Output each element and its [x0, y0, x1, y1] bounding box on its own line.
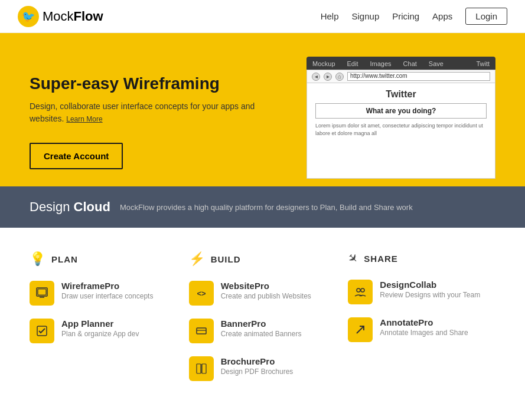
design-cloud-banner: Design Cloud MockFlow provides a high qu… [0, 186, 525, 228]
app-item-websitepro[interactable]: <> WebsitePro Create and publish Website… [189, 281, 337, 306]
plan-icon: 💡 [30, 251, 45, 267]
app-item-appplanner[interactable]: App Planner Plan & organize App dev [30, 319, 177, 343]
home-btn: ⌂ [335, 73, 344, 81]
designcollab-info: DesignCollab Review Designs with your Te… [380, 280, 480, 299]
designcollab-icon [348, 280, 373, 304]
websitepro-info: WebsitePro Create and publish Websites [221, 281, 311, 300]
mockup-browser-bar: Mockup Edit Images Chat Save Twitt [306, 57, 495, 70]
feature-col-share: ✈ SHARE DesignCollab Revie [348, 251, 495, 381]
websitepro-icon: <> [189, 281, 214, 306]
annotatepro-name: AnnotatePro [380, 317, 468, 327]
nav: Help Signup Pricing Apps Login [321, 8, 507, 25]
annotatepro-info: AnnotatePro Annotate Images and Share [380, 317, 468, 337]
site-label: Twitt [476, 60, 490, 67]
features-grid: 💡 PLAN WireframePro Draw user interface [30, 251, 495, 381]
wireframepro-info: WireframePro Draw user interface concept… [61, 281, 153, 300]
bannerpro-desc: Create animated Banners [221, 330, 302, 338]
brochpro-name: BrochurePro [221, 356, 294, 366]
bannerpro-name: BannerPro [221, 319, 302, 329]
build-app-list: <> WebsitePro Create and publish Website… [189, 281, 337, 381]
appplanner-info: App Planner Plan & organize App dev [61, 319, 139, 338]
build-icon: ⚡ [189, 251, 205, 267]
design-cloud-description: MockFlow provides a high quality platfor… [120, 203, 413, 212]
browser-tab-save: Save [429, 60, 444, 67]
app-item-wireframepro[interactable]: WireframePro Draw user interface concept… [30, 281, 177, 306]
svg-point-11 [361, 288, 364, 292]
svg-line-12 [357, 326, 364, 333]
mockup-content: ◂ ▸ ⌂ http://www.twitter.com Twitter Wha… [306, 70, 495, 179]
hero-text: Super-easy Wireframing Design, collabora… [30, 74, 266, 169]
bannerpro-info: BannerPro Create animated Banners [221, 319, 302, 338]
build-title: BUILD [211, 254, 241, 264]
appplanner-icon [30, 319, 54, 343]
plan-app-list: WireframePro Draw user interface concept… [30, 281, 177, 343]
brochpro-desc: Design PDF Brochures [221, 368, 294, 376]
logo-text: MockFlow [43, 9, 103, 24]
nav-help[interactable]: Help [321, 11, 339, 21]
nav-signup[interactable]: Signup [352, 11, 380, 21]
design-cloud-title: Design Cloud [30, 199, 110, 215]
svg-rect-1 [38, 289, 46, 295]
app-item-annotatepro[interactable]: AnnotatePro Annotate Images and Share [348, 317, 495, 342]
svg-rect-5 [197, 328, 206, 334]
feature-col-build: ⚡ BUILD <> WebsitePro Create and publish… [189, 251, 337, 381]
mockup-page: Twitter What are you doing? Lorem ipsum … [307, 83, 495, 143]
hero-title: Super-easy Wireframing [30, 74, 266, 93]
mockup-address-bar: ◂ ▸ ⌂ http://www.twitter.com [307, 70, 495, 83]
browser-tab-chat: Chat [403, 60, 417, 67]
annotatepro-desc: Annotate Images and Share [380, 329, 468, 337]
nav-apps[interactable]: Apps [432, 11, 452, 21]
annotatepro-icon [348, 317, 373, 342]
brochpro-icon [189, 356, 214, 381]
nav-pricing[interactable]: Pricing [392, 11, 419, 21]
share-title: SHARE [364, 254, 398, 264]
mockup-page-title: Twitter [315, 89, 487, 100]
hero-section: Super-easy Wireframing Design, collabora… [0, 33, 525, 186]
learn-more-link[interactable]: Learn More [66, 115, 102, 123]
logo[interactable]: 🐦 MockFlow [18, 6, 103, 27]
app-item-bannerpro[interactable]: BannerPro Create animated Banners [189, 319, 337, 343]
plan-title: PLAN [51, 254, 78, 264]
wireframepro-name: WireframePro [61, 281, 153, 291]
share-icon: ✈ [344, 250, 361, 267]
app-item-brochpro[interactable]: BrochurePro Design PDF Brochures [189, 356, 337, 381]
address-input: http://www.twitter.com [347, 72, 490, 81]
mockup-lorem: Lorem ipsum dolor sit amet, consectetur … [315, 122, 487, 137]
share-header: ✈ SHARE [348, 251, 495, 265]
feature-col-plan: 💡 PLAN WireframePro Draw user interface [30, 251, 177, 381]
bannerpro-icon [189, 319, 214, 343]
login-button[interactable]: Login [465, 8, 507, 25]
mockup-question-box: What are you doing? [315, 103, 487, 119]
browser-tab-mockup: Mockup [312, 60, 335, 67]
share-app-list: DesignCollab Review Designs with your Te… [348, 280, 495, 342]
svg-point-10 [357, 288, 360, 292]
fwd-btn: ▸ [324, 73, 332, 81]
designcollab-desc: Review Designs with your Team [380, 291, 480, 299]
hero-description: Design, collaborate user interface conce… [30, 100, 266, 125]
websitepro-name: WebsitePro [221, 281, 311, 291]
browser-tab-images: Images [370, 60, 392, 67]
hero-screenshot: Mockup Edit Images Chat Save Twitt ◂ ▸ ⌂… [306, 57, 495, 186]
back-btn: ◂ [312, 73, 320, 81]
appplanner-name: App Planner [61, 319, 139, 329]
build-header: ⚡ BUILD [189, 251, 337, 267]
svg-text:<>: <> [197, 289, 206, 298]
svg-rect-7 [197, 364, 201, 373]
wireframepro-desc: Draw user interface concepts [61, 292, 153, 300]
create-account-button[interactable]: Create Account [30, 143, 123, 169]
wireframepro-icon [30, 281, 54, 306]
brochpro-info: BrochurePro Design PDF Brochures [221, 356, 294, 376]
browser-tab-edit: Edit [347, 60, 358, 67]
features-section: 💡 PLAN WireframePro Draw user interface [0, 228, 525, 405]
designcollab-name: DesignCollab [380, 280, 480, 290]
logo-icon: 🐦 [18, 6, 39, 27]
websitepro-desc: Create and publish Websites [221, 292, 311, 300]
svg-rect-8 [202, 364, 206, 373]
app-item-designcollab[interactable]: DesignCollab Review Designs with your Te… [348, 280, 495, 304]
plan-header: 💡 PLAN [30, 251, 177, 267]
header: 🐦 MockFlow Help Signup Pricing Apps Logi… [0, 0, 525, 33]
appplanner-desc: Plan & organize App dev [61, 330, 139, 338]
